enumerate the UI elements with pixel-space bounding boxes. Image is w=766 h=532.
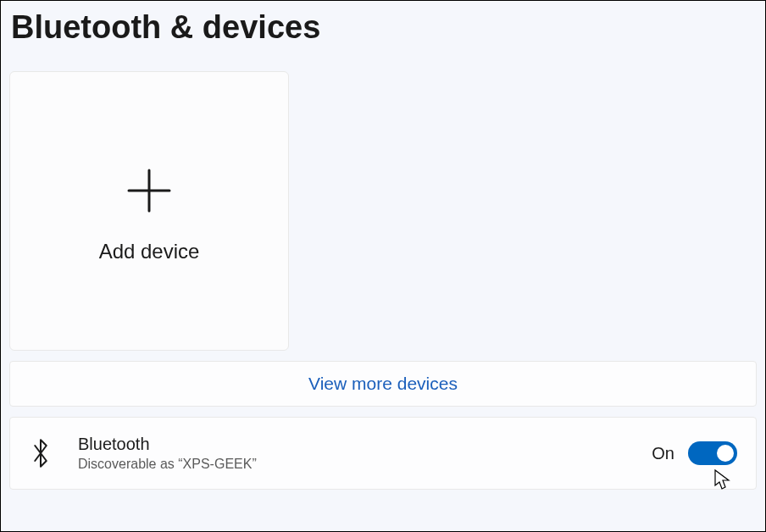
bluetooth-toggle[interactable] (688, 441, 737, 465)
view-more-devices-button[interactable]: View more devices (9, 361, 757, 407)
add-device-card[interactable]: Add device (9, 71, 289, 351)
add-device-label: Add device (99, 240, 200, 263)
plus-icon (125, 167, 173, 214)
toggle-knob (717, 445, 734, 462)
page-title: Bluetooth & devices (11, 9, 757, 46)
toggle-status-label: On (652, 444, 674, 463)
cursor-icon (713, 468, 730, 490)
bluetooth-icon (29, 438, 53, 468)
settings-panel: Bluetooth & devices Add device View more… (1, 1, 765, 498)
bluetooth-toggle-group: On (652, 441, 737, 465)
bluetooth-title: Bluetooth (78, 433, 652, 455)
bluetooth-text: Bluetooth Discoverable as “XPS-GEEK” (78, 433, 652, 474)
bluetooth-row: Bluetooth Discoverable as “XPS-GEEK” On (9, 417, 757, 490)
bluetooth-subtitle: Discoverable as “XPS-GEEK” (78, 455, 652, 474)
